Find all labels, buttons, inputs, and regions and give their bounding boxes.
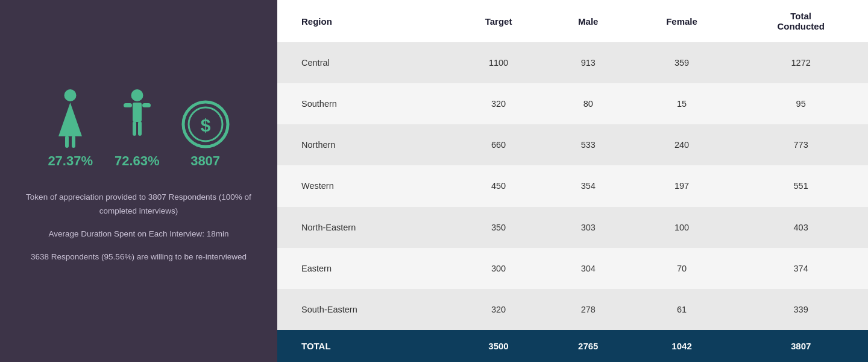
cell-1-1: 320 bbox=[450, 83, 546, 124]
cell-5-3: 70 bbox=[630, 248, 734, 289]
female-icon-item: 27.37% bbox=[48, 88, 93, 169]
col-target: Target bbox=[450, 0, 546, 42]
cell-6-3: 61 bbox=[630, 289, 734, 330]
footer-female: 1042 bbox=[630, 330, 734, 362]
token-text: Token of appreciation provided to 3807 R… bbox=[24, 191, 253, 218]
svg-point-4 bbox=[131, 89, 143, 101]
table-row: South-Eastern32027861339 bbox=[277, 289, 868, 330]
duration-text: Average Duration Spent on Each Interview… bbox=[24, 227, 253, 241]
svg-rect-6 bbox=[124, 103, 132, 107]
footer-region: TOTAL bbox=[277, 330, 450, 362]
cell-6-2: 278 bbox=[547, 289, 630, 330]
table-row: North-Eastern350303100403 bbox=[277, 207, 868, 248]
cell-2-2: 533 bbox=[547, 124, 630, 165]
cell-0-1: 1100 bbox=[450, 42, 546, 83]
cell-0-2: 913 bbox=[547, 42, 630, 83]
svg-text:$: $ bbox=[200, 115, 210, 135]
table-row: Southern320801595 bbox=[277, 83, 868, 124]
col-female: Female bbox=[630, 0, 734, 42]
male-icon-item: 72.63% bbox=[115, 88, 160, 169]
footer-total: 3807 bbox=[734, 330, 868, 362]
total-label: 3807 bbox=[190, 153, 220, 169]
cell-1-0: Southern bbox=[277, 83, 450, 124]
cell-3-0: Western bbox=[277, 165, 450, 206]
cell-5-1: 300 bbox=[450, 248, 546, 289]
svg-rect-7 bbox=[142, 103, 151, 107]
cell-2-1: 660 bbox=[450, 124, 546, 165]
cell-1-4: 95 bbox=[734, 83, 868, 124]
cell-1-2: 80 bbox=[547, 83, 630, 124]
table-body: Central11009133591272Southern320801595No… bbox=[277, 42, 868, 330]
cell-6-4: 339 bbox=[734, 289, 868, 330]
cell-0-4: 1272 bbox=[734, 42, 868, 83]
footer-male: 2765 bbox=[547, 330, 630, 362]
svg-rect-2 bbox=[65, 136, 69, 148]
svg-rect-9 bbox=[138, 121, 142, 136]
table-row: Western450354197551 bbox=[277, 165, 868, 206]
cell-2-4: 773 bbox=[734, 124, 868, 165]
table-row: Northern660533240773 bbox=[277, 124, 868, 165]
cell-1-3: 15 bbox=[630, 83, 734, 124]
coin-icon: $ bbox=[181, 100, 230, 148]
table-row: Central11009133591272 bbox=[277, 42, 868, 83]
table-row: Eastern30030470374 bbox=[277, 248, 868, 289]
cell-4-3: 100 bbox=[630, 207, 734, 248]
col-total-conducted: TotalConducted bbox=[734, 0, 868, 42]
cell-5-2: 304 bbox=[547, 248, 630, 289]
cell-3-2: 354 bbox=[547, 165, 630, 206]
cell-0-3: 359 bbox=[630, 42, 734, 83]
cell-2-3: 240 bbox=[630, 124, 734, 165]
cell-2-0: Northern bbox=[277, 124, 450, 165]
cell-3-4: 551 bbox=[734, 165, 868, 206]
cell-3-3: 197 bbox=[630, 165, 734, 206]
cell-0-0: Central bbox=[277, 42, 450, 83]
cell-4-1: 350 bbox=[450, 207, 546, 248]
col-region: Region bbox=[277, 0, 450, 42]
right-panel: Region Target Male Female TotalConducted… bbox=[277, 0, 868, 362]
col-male: Male bbox=[547, 0, 630, 42]
data-table: Region Target Male Female TotalConducted… bbox=[277, 0, 868, 362]
left-panel: 27.37% 72.63% $ bbox=[0, 0, 277, 362]
svg-marker-1 bbox=[58, 103, 82, 136]
cell-3-1: 450 bbox=[450, 165, 546, 206]
male-pct-label: 72.63% bbox=[115, 153, 160, 169]
female-icon bbox=[54, 88, 87, 148]
svg-point-0 bbox=[64, 89, 77, 101]
table-header-row: Region Target Male Female TotalConducted bbox=[277, 0, 868, 42]
table-footer-row: TOTAL 3500 2765 1042 3807 bbox=[277, 330, 868, 362]
stats-text: Token of appreciation provided to 3807 R… bbox=[24, 191, 253, 273]
reinterview-text: 3638 Respondents (95.56%) are willing to… bbox=[24, 250, 253, 264]
male-icon bbox=[121, 88, 154, 148]
female-pct-label: 27.37% bbox=[48, 153, 93, 169]
svg-rect-3 bbox=[72, 136, 75, 148]
cell-4-0: North-Eastern bbox=[277, 207, 450, 248]
svg-rect-5 bbox=[133, 103, 142, 122]
footer-target: 3500 bbox=[450, 330, 546, 362]
icons-row: 27.37% 72.63% $ bbox=[48, 88, 229, 169]
cell-6-0: South-Eastern bbox=[277, 289, 450, 330]
svg-rect-8 bbox=[133, 121, 136, 136]
cell-4-4: 403 bbox=[734, 207, 868, 248]
cell-6-1: 320 bbox=[450, 289, 546, 330]
cell-5-4: 374 bbox=[734, 248, 868, 289]
cell-4-2: 303 bbox=[547, 207, 630, 248]
cell-5-0: Eastern bbox=[277, 248, 450, 289]
coin-icon-item: $ 3807 bbox=[181, 100, 230, 169]
